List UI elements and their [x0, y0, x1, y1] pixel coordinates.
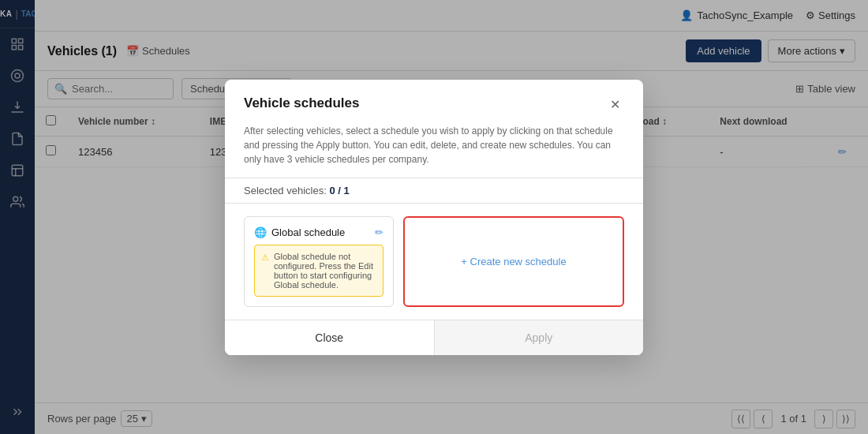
global-schedule-label: Global schedule	[271, 226, 345, 238]
apply-button[interactable]: Apply	[435, 320, 644, 355]
vehicle-schedules-modal: Vehicle schedules ✕ After selecting vehi…	[225, 80, 643, 355]
selected-vehicles-label: Selected vehicles:	[244, 185, 329, 196]
edit-schedule-icon[interactable]: ✏	[375, 226, 383, 238]
close-button[interactable]: Close	[225, 320, 435, 355]
modal-footer: Close Apply	[225, 320, 643, 355]
modal-title: Vehicle schedules	[244, 95, 359, 111]
schedule-warning: ⚠ Global schedule not configured. Press …	[254, 245, 383, 297]
modal-description: After selecting vehicles, select a sched…	[225, 124, 643, 178]
create-new-schedule-label: + Create new schedule	[461, 256, 566, 268]
modal-close-button[interactable]: ✕	[605, 95, 624, 114]
modal-header: Vehicle schedules ✕	[225, 80, 643, 124]
globe-icon: 🌐	[254, 226, 267, 238]
modal-body: 🌐 Global schedule ✏ ⚠ Global schedule no…	[225, 216, 643, 320]
schedule-card-header: 🌐 Global schedule ✏	[254, 226, 383, 238]
global-schedule-card[interactable]: 🌐 Global schedule ✏ ⚠ Global schedule no…	[244, 216, 394, 307]
warning-text: Global schedule not configured. Press th…	[274, 252, 376, 290]
create-new-schedule-box[interactable]: + Create new schedule	[403, 216, 624, 307]
warning-icon: ⚠	[261, 253, 269, 263]
modal-overlay: Vehicle schedules ✕ After selecting vehi…	[0, 0, 868, 434]
selected-count: 0 / 1	[329, 185, 349, 196]
schedule-card-title: 🌐 Global schedule	[254, 226, 345, 238]
modal-selected: Selected vehicles: 0 / 1	[225, 178, 643, 204]
